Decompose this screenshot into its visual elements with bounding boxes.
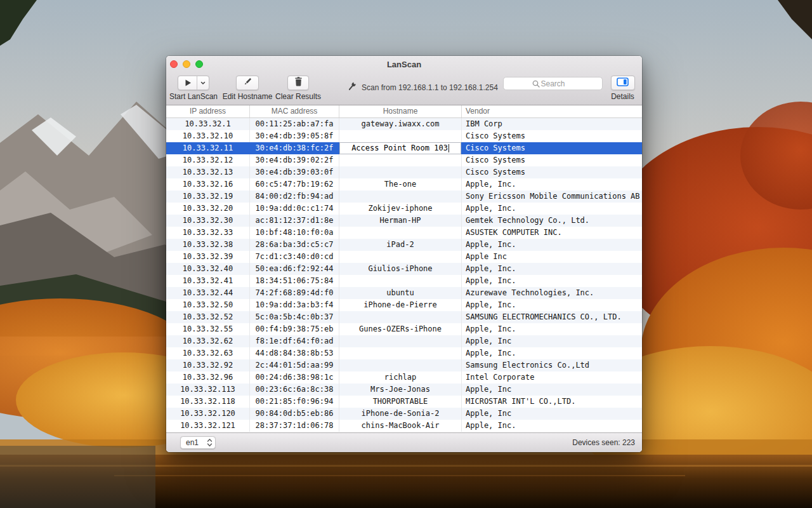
clear-results-group: Clear Results [275, 76, 321, 101]
cell-hostname [339, 275, 461, 287]
scan-range-text: Scan from 192.168.1.1 to 192.168.1.254 [362, 83, 498, 92]
cell-hostname: Giulios-iPhone [339, 263, 461, 275]
cell-hostname [339, 190, 461, 203]
play-icon[interactable] [178, 76, 197, 90]
cell-vendor: Apple Inc [461, 251, 642, 263]
cell-hostname: ubuntu [339, 287, 461, 299]
table-row[interactable]: 10.33.32.62f8:1e:df:64:f0:adApple, Inc [166, 335, 642, 347]
cell-vendor: Gemtek Technology Co., Ltd. [461, 215, 642, 227]
cell-vendor: Apple, Inc. [461, 239, 642, 251]
search-input[interactable] [503, 77, 603, 90]
cell-vendor: Apple, Inc. [461, 299, 642, 311]
table-row[interactable]: 10.33.32.525c:0a:5b:4c:0b:37SAMSUNG ELEC… [166, 311, 642, 323]
devices-seen-label: Devices seen: 223 [572, 438, 635, 447]
pencil-icon [243, 77, 252, 89]
edit-hostname-button[interactable] [236, 76, 259, 90]
interface-selector[interactable]: en1 [180, 436, 216, 449]
start-lanscan-button[interactable] [178, 76, 209, 90]
hostname-edit-field[interactable]: Access Point Room 103 [339, 142, 461, 154]
table-row[interactable]: 10.33.32.1230:e4:db:39:02:2fCisco System… [166, 154, 642, 166]
cell-mac: 30:e4:db:39:05:8f [249, 130, 339, 142]
cell-hostname: The-one [339, 178, 461, 190]
cell-ip: 10.33.32.11 [166, 142, 249, 154]
cell-mac: 30:e4:db:39:03:0f [249, 166, 339, 178]
cell-vendor: Cisco Systems [461, 154, 642, 166]
table-row[interactable]: 10.33.32.30ac:81:12:37:d1:8eHerman-HPGem… [166, 215, 642, 227]
cell-ip: 10.33.32.16 [166, 178, 249, 190]
table-row[interactable]: 10.33.32.9600:24:d6:38:98:1crichlapIntel… [166, 371, 642, 384]
table-row[interactable]: 10.33.32.1030:e4:db:39:05:8fCisco System… [166, 130, 642, 142]
chevron-down-icon[interactable] [197, 76, 209, 90]
table-row[interactable]: 10.33.32.3828:6a:ba:3d:c5:c7iPad-2Apple,… [166, 239, 642, 251]
table-row[interactable]: 10.33.32.922c:44:01:5d:aa:99Samsung Elec… [166, 359, 642, 371]
table-row[interactable]: 10.33.32.6344:d8:84:38:8b:53Apple, Inc. [166, 347, 642, 359]
start-lanscan-label: Start LanScan [169, 92, 218, 101]
cell-vendor: Azurewave Technologies, Inc. [461, 287, 642, 299]
cell-hostname: Zokijev-iphone [339, 203, 461, 215]
cell-hostname: gateway.iwaxx.com [339, 118, 461, 130]
table-row[interactable]: 10.33.32.2010:9a:dd:0c:c1:74Zokijev-ipho… [166, 203, 642, 215]
table-row[interactable]: 10.33.32.1660:c5:47:7b:19:62The-oneApple… [166, 178, 642, 190]
table-row[interactable]: 10.33.32.11800:21:85:f0:96:94THORPORTABL… [166, 396, 642, 408]
table-row[interactable]: 10.33.32.4050:ea:d6:f2:92:44Giulios-iPho… [166, 263, 642, 275]
cell-vendor: IBM Corp [461, 118, 642, 130]
table-row[interactable]: 10.33.32.11300:23:6c:6a:8c:38Mrs-Joe-Jon… [166, 384, 642, 396]
table-row[interactable]: 10.33.32.397c:d1:c3:40:d0:cdApple Inc [166, 251, 642, 263]
cell-ip: 10.33.32.113 [166, 384, 249, 396]
cell-vendor: Apple, Inc. [461, 203, 642, 215]
column-header-hostname[interactable]: Hostname [339, 105, 461, 117]
cell-ip: 10.33.32.39 [166, 251, 249, 263]
cell-hostname [339, 311, 461, 323]
table-row[interactable]: 10.33.32.12090:84:0d:b5:eb:86iPhone-de-S… [166, 408, 642, 420]
cell-vendor: Apple, Inc. [461, 178, 642, 190]
cell-vendor: Apple, Inc. [461, 420, 642, 432]
cell-mac: 90:84:0d:b5:eb:86 [249, 408, 339, 420]
cell-hostname [339, 335, 461, 347]
cell-ip: 10.33.32.12 [166, 154, 249, 166]
cell-vendor: Apple, Inc [461, 408, 642, 420]
column-header-mac[interactable]: MAC address [249, 105, 339, 117]
table-row[interactable]: 10.33.32.100:11:25:ab:a7:fagateway.iwaxx… [166, 118, 642, 130]
cell-ip: 10.33.32.62 [166, 335, 249, 347]
cell-mac: 7c:d1:c3:40:d0:cd [249, 251, 339, 263]
cell-mac: 00:11:25:ab:a7:fa [249, 118, 339, 130]
table-row[interactable]: 10.33.32.12128:37:37:1d:06:78chins-MacBo… [166, 420, 642, 432]
start-lanscan-group: Start LanScan [171, 76, 216, 101]
table-row[interactable]: 10.33.32.4474:2f:68:89:4d:f0ubuntuAzurew… [166, 287, 642, 299]
table-row[interactable]: 10.33.32.1984:00:d2:fb:94:adSony Ericsso… [166, 190, 642, 203]
table-row[interactable]: 10.33.32.1330:e4:db:39:03:0fCisco System… [166, 166, 642, 178]
toolbar: Start LanScan Edit Hostname [166, 72, 642, 105]
cell-ip: 10.33.32.96 [166, 371, 249, 384]
cell-hostname [339, 227, 461, 239]
cell-ip: 10.33.32.33 [166, 227, 249, 239]
cell-vendor: Intel Corporate [461, 371, 642, 384]
cell-vendor: Apple, Inc. [461, 263, 642, 275]
table-row[interactable]: 10.33.32.5500:f4:b9:38:75:ebGunes-OZERs-… [166, 323, 642, 335]
cell-mac: f8:1e:df:64:f0:ad [249, 335, 339, 347]
column-header-vendor[interactable]: Vendor [461, 105, 642, 117]
cell-ip: 10.33.32.41 [166, 275, 249, 287]
clear-results-button[interactable] [287, 76, 309, 90]
edit-hostname-group: Edit Hostname [222, 76, 273, 101]
cell-hostname: Herman-HP [339, 215, 461, 227]
table-row[interactable]: 10.33.32.3310:bf:48:10:f0:0aASUSTEK COMP… [166, 227, 642, 239]
cell-mac: 18:34:51:06:75:84 [249, 275, 339, 287]
cell-vendor: Cisco Systems [461, 166, 642, 178]
table-row[interactable]: 10.33.32.4118:34:51:06:75:84Apple, Inc. [166, 275, 642, 287]
column-header-ip[interactable]: IP address [166, 105, 249, 117]
cell-vendor: ASUSTEK COMPUTER INC. [461, 227, 642, 239]
cell-mac: 10:9a:dd:0c:c1:74 [249, 203, 339, 215]
cell-vendor: SAMSUNG ELECTROMECHANICS CO., LTD. [461, 311, 642, 323]
table-row[interactable]: 10.33.32.5010:9a:dd:3a:b3:f4iPhone-de-Pi… [166, 299, 642, 311]
table-row[interactable]: 10.33.32.1130:e4:db:38:fc:2fAccess Point… [166, 142, 642, 154]
cell-mac: 74:2f:68:89:4d:f0 [249, 287, 339, 299]
window-titlebar[interactable]: LanScan [166, 56, 642, 72]
search-field-wrap [503, 77, 603, 90]
cell-vendor: Apple, Inc. [461, 347, 642, 359]
details-group: Details [608, 76, 637, 101]
cell-vendor: MICROSTAR INT'L CO.,LTD. [461, 396, 642, 408]
window-chrome: LanScan Start LanScan [166, 56, 642, 105]
cell-mac: 10:9a:dd:3a:b3:f4 [249, 299, 339, 311]
details-button[interactable] [611, 76, 635, 90]
cell-vendor: Cisco Systems [461, 142, 642, 154]
